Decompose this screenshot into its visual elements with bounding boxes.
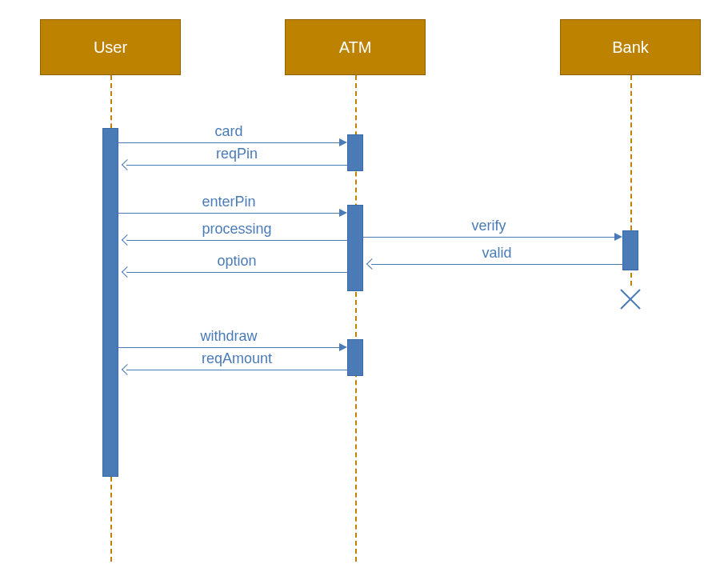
msg-verify-line: [363, 237, 614, 238]
destroy-bank-icon: [617, 286, 644, 313]
msg-reqamount-label: reqAmount: [126, 350, 347, 367]
msg-card-label: card: [118, 123, 339, 140]
msg-processing-label: processing: [126, 221, 347, 238]
activation-atm-1: [347, 134, 363, 171]
activation-user: [102, 128, 118, 477]
activation-atm-2: [347, 205, 363, 291]
msg-option-arrow-icon: [122, 266, 133, 278]
sequence-diagram: User ATM Bank card reqPin enterPin proce…: [0, 0, 728, 580]
msg-valid-arrow-icon: [366, 258, 378, 270]
msg-reqamount-line: [126, 370, 347, 370]
msg-verify-arrow-icon: [614, 233, 622, 241]
msg-processing-line: [126, 240, 347, 241]
msg-enterpin-label: enterPin: [118, 194, 339, 210]
msg-enterpin-line: [118, 213, 339, 214]
msg-option-line: [126, 272, 347, 273]
activation-atm-3: [347, 339, 363, 376]
actor-user: User: [40, 19, 181, 75]
msg-withdraw-label: withdraw: [118, 328, 339, 345]
actor-bank-label: Bank: [612, 38, 649, 57]
msg-valid-label: valid: [371, 245, 622, 262]
actor-bank: Bank: [560, 19, 701, 75]
msg-reqpin-line: [126, 165, 347, 166]
msg-processing-arrow-icon: [122, 234, 133, 246]
msg-verify-label: verify: [363, 218, 614, 234]
msg-reqpin-arrow-icon: [122, 159, 133, 170]
msg-withdraw-arrow-icon: [339, 343, 347, 351]
actor-atm-label: ATM: [339, 38, 372, 57]
msg-valid-line: [371, 264, 622, 265]
activation-bank: [622, 230, 638, 270]
msg-card-arrow-icon: [339, 138, 347, 146]
msg-reqpin-label: reqPin: [126, 146, 347, 162]
msg-card-line: [118, 142, 339, 143]
msg-option-label: option: [126, 253, 347, 270]
msg-reqamount-arrow-icon: [122, 364, 133, 375]
msg-enterpin-arrow-icon: [339, 209, 347, 217]
msg-withdraw-line: [118, 347, 339, 348]
actor-user-label: User: [94, 38, 127, 57]
actor-atm: ATM: [285, 19, 426, 75]
